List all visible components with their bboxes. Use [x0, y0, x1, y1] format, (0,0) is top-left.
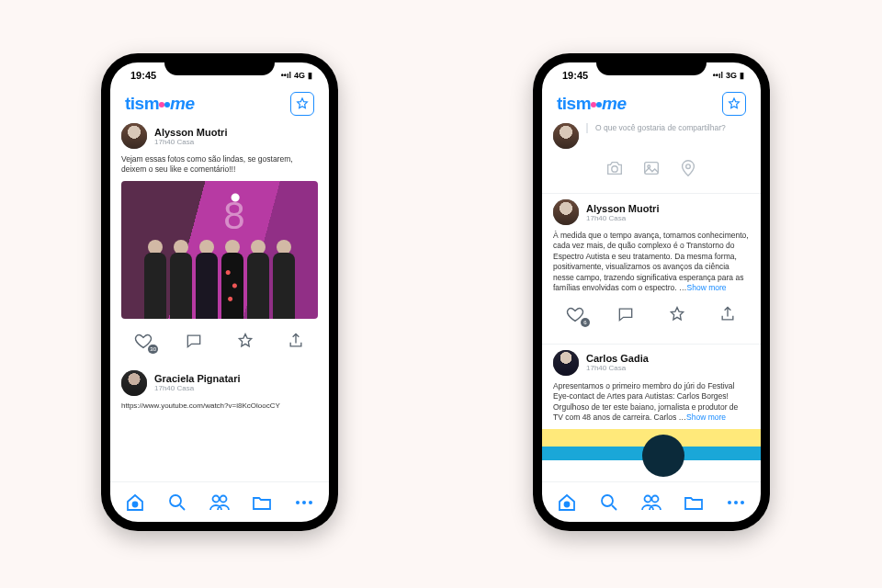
- screen-left: 19:45 ••ıl 4G ▮ tismme Alysson Muotri: [110, 62, 329, 522]
- people-icon: [639, 492, 663, 514]
- post-meta: 17h40 Casa: [154, 384, 241, 392]
- star-icon: [236, 332, 254, 350]
- divider: [542, 344, 761, 345]
- star-icon: [668, 305, 686, 323]
- tab-search[interactable]: [594, 488, 624, 517]
- logo-prefix: tism: [557, 94, 591, 113]
- post-header[interactable]: Graciela Pignatari 17h40 Casa: [121, 370, 318, 396]
- post-text: À medida que o tempo avança, tomamos con…: [553, 231, 750, 294]
- notch: [164, 53, 275, 75]
- favorite-button[interactable]: [664, 303, 690, 325]
- svg-point-9: [602, 495, 613, 506]
- tab-home[interactable]: [552, 488, 582, 517]
- comment-button[interactable]: [613, 303, 639, 325]
- people-icon: [208, 492, 232, 514]
- tab-more[interactable]: [289, 488, 319, 517]
- logo-dots-icon: [159, 102, 170, 107]
- avatar[interactable]: [553, 350, 579, 376]
- tab-people[interactable]: [637, 488, 666, 517]
- post-author: Carlos Gadia: [586, 353, 649, 364]
- network-label: 4G: [294, 71, 305, 80]
- favorites-button[interactable]: [290, 92, 314, 116]
- svg-point-2: [213, 495, 220, 502]
- signal-icon: ••ıl: [281, 71, 291, 80]
- comment-icon: [616, 305, 635, 323]
- folder-icon: [251, 492, 273, 514]
- post-photo[interactable]: 8: [121, 181, 318, 319]
- like-button[interactable]: 30: [130, 330, 156, 352]
- feed-right[interactable]: O que você gostaria de compartilhar?: [542, 123, 761, 481]
- attach-image[interactable]: [639, 156, 663, 180]
- avatar[interactable]: [121, 370, 147, 396]
- post-meta: 17h40 Casa: [586, 364, 649, 372]
- logo-suffix: me: [170, 94, 194, 113]
- folder-icon: [683, 492, 705, 514]
- post: Alysson Muotri 17h40 Casa À medida que o…: [553, 199, 750, 334]
- post-actions: 30: [121, 326, 318, 361]
- more-icon: [728, 501, 744, 504]
- post-author: Alysson Muotri: [586, 203, 659, 214]
- home-icon: [124, 492, 146, 514]
- post-link[interactable]: https://www.youtube.com/watch?v=i8KcOloo…: [121, 401, 318, 410]
- logo-dots-icon: [591, 102, 602, 107]
- post-actions: 6: [553, 300, 750, 334]
- tab-more[interactable]: [721, 488, 751, 517]
- post-text: Vejam essas fotos como são lindas, se go…: [121, 154, 318, 175]
- favorite-button[interactable]: [232, 330, 258, 352]
- status-time: 19:45: [562, 70, 588, 81]
- post-header[interactable]: Alysson Muotri 17h40 Casa: [553, 199, 750, 225]
- search-icon: [166, 492, 188, 514]
- post-header[interactable]: Alysson Muotri 17h40 Casa: [121, 123, 318, 149]
- svg-point-11: [652, 495, 659, 502]
- share-button[interactable]: [715, 303, 741, 325]
- post-text: Apresentamos o primeiro membro do júri d…: [553, 381, 750, 424]
- app-header: tismme: [110, 88, 329, 123]
- tab-home[interactable]: [120, 488, 150, 517]
- feed-left[interactable]: Alysson Muotri 17h40 Casa Vejam essas fo…: [110, 123, 329, 481]
- svg-point-8: [565, 502, 570, 506]
- phone-left: 19:45 ••ıl 4G ▮ tismme Alysson Muotri: [101, 53, 338, 531]
- app-logo[interactable]: tismme: [557, 94, 627, 114]
- svg-point-7: [686, 164, 691, 169]
- app-logo[interactable]: tismme: [125, 94, 195, 114]
- like-count: 30: [148, 345, 158, 354]
- tab-search[interactable]: [163, 488, 192, 517]
- avatar[interactable]: [553, 199, 579, 225]
- notch: [596, 53, 707, 75]
- star-icon: [295, 96, 310, 111]
- tab-folder[interactable]: [247, 488, 277, 517]
- logo-prefix: tism: [125, 94, 159, 113]
- image-icon: [641, 158, 662, 178]
- logo-suffix: me: [602, 94, 626, 113]
- attach-camera[interactable]: [603, 156, 627, 180]
- tab-people[interactable]: [205, 488, 234, 517]
- post-header[interactable]: Carlos Gadia 17h40 Casa: [553, 350, 750, 376]
- compose-attachments: [553, 156, 750, 180]
- comment-button[interactable]: [181, 330, 207, 352]
- status-time: 19:45: [130, 70, 156, 81]
- like-count: 6: [581, 318, 590, 327]
- photo-people: [121, 236, 318, 319]
- like-button[interactable]: 6: [562, 303, 588, 325]
- status-right: ••ıl 4G ▮: [281, 71, 312, 80]
- avatar[interactable]: [553, 123, 579, 149]
- location-icon: [678, 158, 698, 178]
- share-icon: [287, 332, 305, 350]
- compose-row: O que você gostaria de compartilhar?: [553, 123, 750, 149]
- tab-folder[interactable]: [679, 488, 708, 517]
- post: Carlos Gadia 17h40 Casa Apresentamos o p…: [553, 350, 750, 460]
- favorites-button[interactable]: [722, 92, 746, 116]
- search-icon: [598, 492, 620, 514]
- show-more-link[interactable]: Show more: [687, 283, 727, 292]
- compose-input[interactable]: O que você gostaria de compartilhar?: [586, 123, 750, 133]
- attach-location[interactable]: [676, 156, 700, 180]
- signal-icon: ••ıl: [713, 71, 723, 80]
- share-button[interactable]: [283, 330, 309, 352]
- post-author: Graciela Pignatari: [154, 373, 241, 384]
- svg-point-10: [645, 495, 651, 502]
- post-preview-image[interactable]: [542, 429, 761, 460]
- tab-bar: [110, 481, 329, 522]
- photo-decor: 8: [223, 194, 244, 238]
- avatar[interactable]: [121, 123, 147, 149]
- show-more-link[interactable]: Show more: [686, 413, 726, 422]
